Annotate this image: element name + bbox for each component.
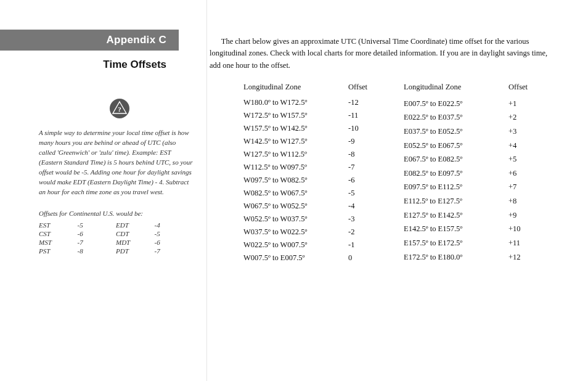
zone-cell: W022.5º to W007.5º bbox=[243, 240, 348, 250]
zone-cell: W127.5º to W112.5º bbox=[243, 150, 348, 159]
zone-cell: E157.5º to E172.5º bbox=[404, 239, 508, 249]
zone-cell: W172.5º to W157.5º bbox=[243, 111, 348, 120]
table-cell: -8 bbox=[78, 247, 116, 255]
table-cell: -4 bbox=[155, 221, 194, 229]
document-page: Appendix C Time Offsets ? A simple way t… bbox=[0, 0, 588, 381]
table-cell: MDT bbox=[116, 238, 155, 247]
zone-cell: E142.5º to E157.5º bbox=[404, 224, 508, 235]
zone-cell: E022.5º to E037.5º bbox=[404, 113, 508, 123]
table-cell: -6 bbox=[155, 238, 194, 247]
offset-cell: +4 bbox=[508, 141, 533, 152]
table-cell: -6 bbox=[78, 229, 116, 238]
table-cell: EST bbox=[39, 221, 78, 229]
zone-cell: E082.5º to E097.5º bbox=[404, 169, 508, 179]
appendix-band: Appendix C bbox=[0, 30, 179, 51]
offset-cell: +8 bbox=[508, 197, 533, 207]
table-cell: CDT bbox=[116, 229, 155, 238]
zones-left-column: Longitudinal Zone Offset W180.0º to W172… bbox=[243, 83, 373, 263]
svg-text:?: ? bbox=[118, 105, 121, 113]
zones-wrapper: Longitudinal Zone Offset W180.0º to W172… bbox=[210, 83, 555, 263]
zone-cell: E127.5º to E142.5º bbox=[404, 211, 508, 221]
table-row: MST-7MDT-6 bbox=[39, 238, 193, 247]
table-cell: MST bbox=[39, 238, 78, 247]
offset-cell: -1 bbox=[348, 240, 373, 250]
table-row: PST-8PDT-7 bbox=[39, 247, 193, 255]
offset-cell: -3 bbox=[348, 215, 373, 224]
table-cell: -5 bbox=[78, 221, 116, 229]
offset-cell: -2 bbox=[348, 227, 373, 237]
zone-cell: W112.5º to W097.5º bbox=[243, 163, 348, 172]
offset-cell: -11 bbox=[348, 111, 373, 120]
section-title: Time Offsets bbox=[0, 59, 179, 71]
zone-cell: W097.5º to W082.5º bbox=[243, 176, 348, 185]
appendix-label: Appendix C bbox=[107, 34, 166, 46]
us-offsets-table: EST-5EDT-4CST-6CDT-5MST-7MDT-6PST-8PDT-7 bbox=[39, 221, 193, 255]
zones-right-column: Longitudinal Zone Offset E007.5º to E022… bbox=[404, 83, 533, 263]
zone-header: Longitudinal Zone bbox=[404, 83, 508, 96]
zone-cell: W052.5º to W037.5º bbox=[243, 215, 348, 224]
zone-cell: W037.5º to W022.5º bbox=[243, 227, 348, 237]
zone-cell: E067.5º to E082.5º bbox=[404, 155, 508, 165]
column-divider bbox=[206, 0, 207, 381]
zone-header: Longitudinal Zone bbox=[243, 83, 348, 94]
table-cell: PST bbox=[39, 247, 78, 255]
zone-cell: E037.5º to E052.5º bbox=[404, 127, 508, 137]
zone-cell: W157.5º to W142.5º bbox=[243, 124, 348, 133]
offset-cell: 0 bbox=[348, 253, 373, 263]
offset-cell: -9 bbox=[348, 137, 373, 146]
offset-cell: +11 bbox=[508, 239, 533, 249]
table-cell: -7 bbox=[78, 238, 116, 247]
offset-cell: +3 bbox=[508, 127, 533, 137]
zone-cell: E172.5º to E180.0º bbox=[404, 253, 508, 263]
offset-cell: +10 bbox=[508, 224, 533, 235]
offset-cell: +9 bbox=[508, 211, 533, 221]
zone-cell: E052.5º to E067.5º bbox=[404, 141, 508, 152]
offset-cell: -4 bbox=[348, 202, 373, 211]
offset-cell: +6 bbox=[508, 169, 533, 179]
offset-cell: -8 bbox=[348, 150, 373, 159]
offset-header: Offset bbox=[508, 83, 533, 96]
zone-cell: W067.5º to W052.5º bbox=[243, 202, 348, 211]
offset-cell: +7 bbox=[508, 182, 533, 193]
offset-cell: -7 bbox=[348, 163, 373, 172]
table-cell: -7 bbox=[155, 247, 194, 255]
table-cell: CST bbox=[39, 229, 78, 238]
us-offsets-caption: Offsets for Continental U.S. would be: bbox=[39, 210, 193, 217]
zone-cell: E097.5º to E112.5º bbox=[404, 182, 508, 193]
question-triangle-icon: ? bbox=[110, 99, 129, 118]
table-cell: EDT bbox=[116, 221, 155, 229]
offset-cell: -6 bbox=[348, 176, 373, 185]
table-row: EST-5EDT-4 bbox=[39, 221, 193, 229]
offset-header: Offset bbox=[348, 83, 373, 94]
intro-paragraph: The chart below gives an approximate UTC… bbox=[210, 36, 555, 72]
offset-cell: +12 bbox=[508, 253, 533, 263]
zone-cell: W082.5º to W067.5º bbox=[243, 189, 348, 198]
table-cell: PDT bbox=[116, 247, 155, 255]
offset-cell: +5 bbox=[508, 155, 533, 165]
zone-cell: E007.5º to E022.5º bbox=[404, 99, 508, 110]
zone-cell: W142.5º to W127.5º bbox=[243, 137, 348, 146]
offset-cell: -5 bbox=[348, 189, 373, 198]
offset-cell: +1 bbox=[508, 99, 533, 110]
zone-cell: E112.5º to E127.5º bbox=[404, 197, 508, 207]
zone-cell: W180.0º to W172.5º bbox=[243, 98, 348, 107]
offset-cell: -10 bbox=[348, 124, 373, 133]
offset-cell: +2 bbox=[508, 113, 533, 123]
table-cell: -5 bbox=[155, 229, 194, 238]
zone-cell: W007.5º to E007.5º bbox=[243, 253, 348, 263]
side-note-paragraph: A simple way to determine your local tim… bbox=[39, 128, 193, 197]
table-row: CST-6CDT-5 bbox=[39, 229, 193, 238]
offset-cell: -12 bbox=[348, 98, 373, 107]
main-content: The chart below gives an approximate UTC… bbox=[210, 0, 573, 263]
